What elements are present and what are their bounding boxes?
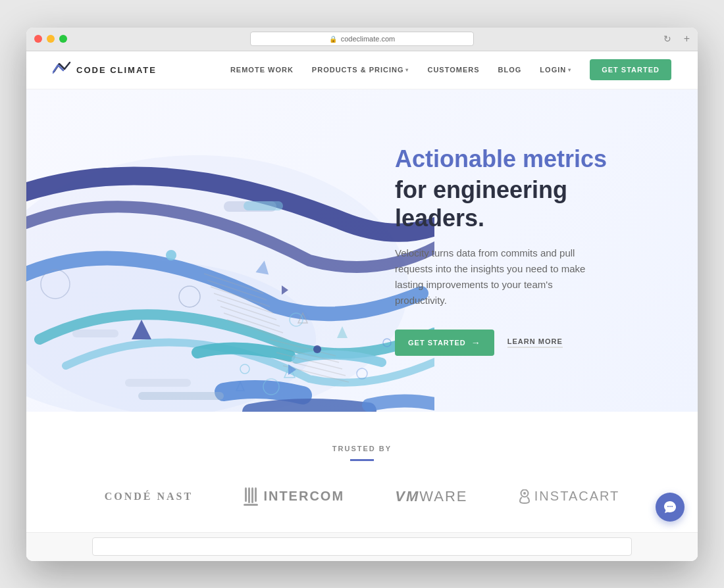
url-bar[interactable]: 🔒 codeclimate.com	[250, 32, 474, 46]
maximize-dot[interactable]	[59, 35, 67, 43]
instacart-text: instacart	[534, 489, 620, 504]
close-dot[interactable]	[34, 35, 42, 43]
site-content: CODE CLIMATE REMOTE WORK PRODUCTS & PRIC…	[26, 51, 698, 561]
svg-point-27	[166, 250, 176, 260]
nav-login[interactable]: LOGIN ▾	[540, 66, 571, 74]
vmware-logo: vmware	[395, 488, 467, 505]
instacart-logo: instacart	[519, 489, 620, 504]
hero-description: Velocity turns data from commits and pul…	[395, 245, 606, 308]
svg-rect-44	[667, 506, 669, 507]
nav-customers[interactable]: CUSTOMERS	[427, 66, 479, 74]
trusted-divider	[350, 459, 374, 461]
new-tab-icon[interactable]: +	[684, 33, 690, 45]
hero-content: Actionable metrics for engineering leade…	[395, 118, 645, 383]
svg-rect-40	[255, 487, 257, 502]
logo-text: CODE CLIMATE	[76, 65, 157, 75]
mac-window: 🔒 codeclimate.com ↻ + CODE CLIMATE REMOT…	[26, 28, 698, 561]
logo-icon	[53, 61, 71, 78]
nav-get-started-button[interactable]: GET STARTED	[590, 59, 671, 80]
svg-rect-33	[72, 330, 118, 337]
conde-nast-logo: CONDÉ NAST	[105, 491, 193, 502]
hero-section: Actionable metrics for engineering leade…	[26, 89, 698, 412]
refresh-icon[interactable]: ↻	[663, 34, 671, 44]
chat-bubble-button[interactable]	[656, 493, 685, 522]
products-dropdown-arrow: ▾	[405, 67, 409, 73]
trusted-section: TRUSTED BY CONDÉ NAST INTERCOM	[26, 412, 698, 532]
trusted-logos: CONDÉ NAST INTERCOM vmware	[79, 487, 645, 506]
nav-products-pricing[interactable]: PRODUCTS & PRICING ▾	[312, 66, 409, 74]
intercom-text: INTERCOM	[263, 489, 344, 504]
lock-icon: 🔒	[329, 36, 337, 43]
bottom-bar	[26, 532, 698, 561]
window-controls	[34, 35, 67, 43]
svg-rect-34	[125, 379, 191, 387]
svg-rect-41	[244, 504, 258, 506]
nav-blog[interactable]: BLOG	[498, 66, 522, 74]
svg-point-43	[523, 492, 526, 495]
url-text: codeclimate.com	[341, 35, 396, 43]
svg-rect-45	[669, 506, 671, 507]
svg-point-26	[313, 345, 321, 353]
hero-title-colored: Actionable metrics	[395, 145, 645, 173]
intercom-logo: INTERCOM	[244, 487, 344, 506]
chat-icon	[663, 500, 677, 514]
bottom-search-bar	[92, 537, 632, 556]
login-dropdown-arrow: ▾	[568, 67, 571, 73]
trusted-label: TRUSTED BY	[53, 445, 671, 453]
arrow-icon: →	[471, 337, 481, 348]
svg-rect-35	[138, 392, 224, 400]
hero-title-dark: for engineering leaders.	[395, 176, 645, 232]
hero-actions: GET STARTED → LEARN MORE	[395, 330, 645, 356]
logo[interactable]: CODE CLIMATE	[53, 61, 157, 78]
nav-remote-work[interactable]: REMOTE WORK	[230, 66, 294, 74]
svg-rect-37	[245, 487, 247, 502]
nav-links: REMOTE WORK PRODUCTS & PRICING ▾ CUSTOME…	[230, 59, 671, 80]
hero-illustration	[26, 89, 434, 412]
svg-rect-39	[251, 487, 253, 503]
svg-rect-38	[248, 487, 250, 503]
svg-rect-36	[244, 201, 283, 210]
navbar: CODE CLIMATE REMOTE WORK PRODUCTS & PRIC…	[26, 51, 698, 89]
svg-rect-46	[671, 506, 673, 507]
hero-learn-more-link[interactable]: LEARN MORE	[507, 337, 563, 348]
intercom-icon	[244, 487, 258, 506]
minimize-dot[interactable]	[47, 35, 55, 43]
titlebar: 🔒 codeclimate.com ↻ +	[26, 28, 698, 51]
svg-point-25	[357, 368, 367, 379]
instacart-icon	[519, 489, 530, 504]
conde-nast-text: CONDÉ NAST	[105, 491, 193, 502]
hero-get-started-button[interactable]: GET STARTED →	[395, 330, 494, 356]
